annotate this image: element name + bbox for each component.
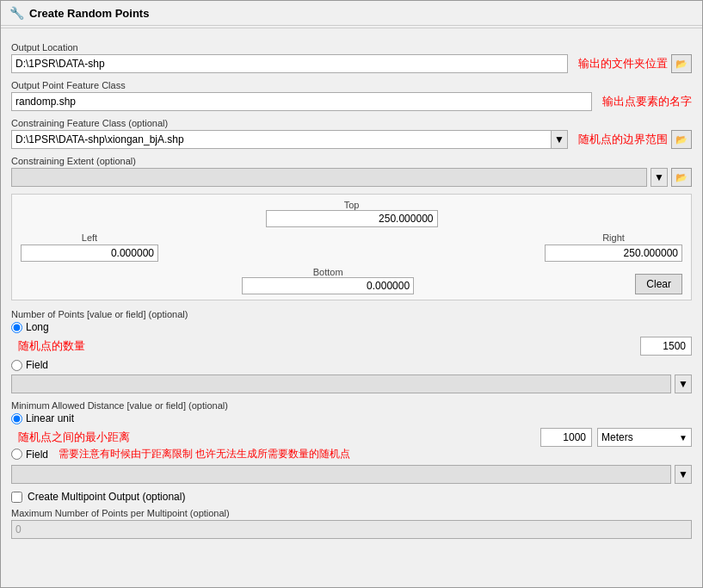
right-label: Right [602,232,625,243]
constraining-extent-input-row: ▼ 📂 [11,168,692,187]
left-label: Left [82,232,97,243]
max-points-row [11,520,692,539]
left-section: Left [21,232,158,262]
output-location-annotation: 输出的文件夹位置 [578,56,668,71]
bottom-section: Bottom [21,267,635,294]
title-bar: 🔧 Create Random Points [1,1,702,26]
field-radio1-label: Field [26,359,48,371]
min-distance-group: Minimum Allowed Distance [value or field… [11,400,692,484]
linear-unit-radio[interactable] [11,413,22,424]
constraining-extent-dropdown[interactable]: ▼ [651,168,668,187]
dropdown-arrow-icon: ▼ [554,133,564,145]
long-annotation: 随机点的数量 [18,338,85,354]
meters-value: Meters [598,431,675,443]
extent-box: Top Left Right Bottom Cl [11,194,692,300]
min-dist-annotation2: 需要注意有时候由于距离限制 也许无法生成所需要数量的随机点 [59,447,350,461]
constraining-feature-label: Constraining Feature Class (optional) [11,118,692,128]
create-multipoint-checkbox[interactable] [11,492,22,503]
clear-button[interactable]: Clear [635,274,682,294]
output-feature-class-group: Output Point Feature Class 输出点要素的名字 [11,80,692,111]
long-value-input[interactable] [640,337,692,356]
constraining-feature-browse[interactable]: 📂 [671,130,692,149]
linear-unit-radio-label: Linear unit [26,412,74,424]
constraining-feature-group: Constraining Feature Class (optional) ▼ … [11,118,692,149]
create-multipoint-label: Create Multipoint Output (optional) [28,491,185,503]
constraining-input-wrap: ▼ [11,130,568,149]
field2-dropdown-btn[interactable]: ▼ [675,465,692,484]
constraining-extent-browse[interactable]: 📂 [671,168,692,187]
constraining-feature-annotation: 随机点的边界范围 [578,132,668,147]
max-points-input[interactable] [11,520,692,539]
field1-dropdown-btn[interactable]: ▼ [675,374,692,393]
output-location-row: 输出的文件夹位置 📂 [11,54,692,73]
field1-disabled-bar [11,374,671,393]
constraining-feature-row: ▼ 随机点的边界范围 📂 [11,130,692,149]
constraining-extent-label: Constraining Extent (optional) [11,156,692,166]
output-location-label: Output Location [11,42,692,53]
output-location-input[interactable] [11,54,568,73]
bottom-label: Bottom [313,267,343,277]
tool-icon: 🔧 [9,6,24,20]
field2-dropdown-row: ▼ [11,465,692,484]
number-of-points-label: Number of Points [value or field] (optio… [11,309,692,319]
field1-dropdown-row: ▼ [11,374,692,393]
min-distance-label: Minimum Allowed Distance [value or field… [11,400,692,411]
output-location-group: Output Location 输出的文件夹位置 📂 [11,42,692,73]
field-radio2[interactable] [11,449,22,460]
output-feature-class-annotation: 输出点要素的名字 [602,94,692,109]
bottom-input[interactable] [242,277,414,294]
right-section: Right [545,232,682,262]
max-points-group: Maximum Number of Points per Multipoint … [11,508,692,539]
constraining-extent-group: Constraining Extent (optional) ▼ 📂 [11,156,692,187]
top-input[interactable] [266,210,438,227]
long-radio-label: Long [26,321,49,333]
top-label: Top [344,200,360,210]
output-feature-class-input[interactable] [11,92,592,111]
extent-dropdown-arrow-icon: ▼ [654,171,664,183]
number-of-points-group: Number of Points [value or field] (optio… [11,309,692,393]
extent-bottom: Bottom Clear [21,267,682,294]
max-points-label: Maximum Number of Points per Multipoint … [11,508,692,518]
field-radio2-row: Field 需要注意有时候由于距离限制 也许无法生成所需要数量的随机点 [11,447,692,461]
field2-dropdown-icon: ▼ [678,468,688,480]
output-feature-class-row: 输出点要素的名字 [11,92,692,111]
output-feature-class-label: Output Point Feature Class [11,80,692,90]
field-radio2-label: Field [26,449,48,461]
field-radio1-row: Field [11,359,692,371]
content-area: Output Location 输出的文件夹位置 📂 Output Point … [1,34,702,554]
min-dist-value-row: 随机点之间的最小距离 Meters ▼ [11,428,692,447]
extent-middle-row: Left Right [21,232,682,262]
constraining-feature-input[interactable] [11,130,551,149]
right-input[interactable] [545,244,682,262]
constraining-extent-bar [11,168,647,187]
dialog-title: Create Random Points [29,7,149,20]
create-multipoint-group: Create Multipoint Output (optional) [11,491,692,503]
long-radio-row: Long [11,321,692,333]
min-dist-input[interactable] [540,428,592,447]
output-location-browse[interactable]: 📂 [671,54,692,73]
long-value-row: 随机点的数量 [11,337,692,356]
field1-dropdown-icon: ▼ [678,378,688,390]
min-dist-annotation1: 随机点之间的最小距离 [18,430,130,445]
constraining-dropdown-btn[interactable]: ▼ [551,130,568,149]
linear-unit-radio-row: Linear unit [11,412,692,424]
long-radio[interactable] [11,322,22,333]
field-radio1[interactable] [11,360,22,371]
meters-dropdown-icon: ▼ [675,433,691,443]
top-section: Top [21,200,682,227]
dialog: 🔧 Create Random Points Output Location 输… [0,0,703,588]
meters-select[interactable]: Meters ▼ [597,428,692,447]
left-input[interactable] [21,244,158,262]
field2-disabled-bar [11,465,671,484]
